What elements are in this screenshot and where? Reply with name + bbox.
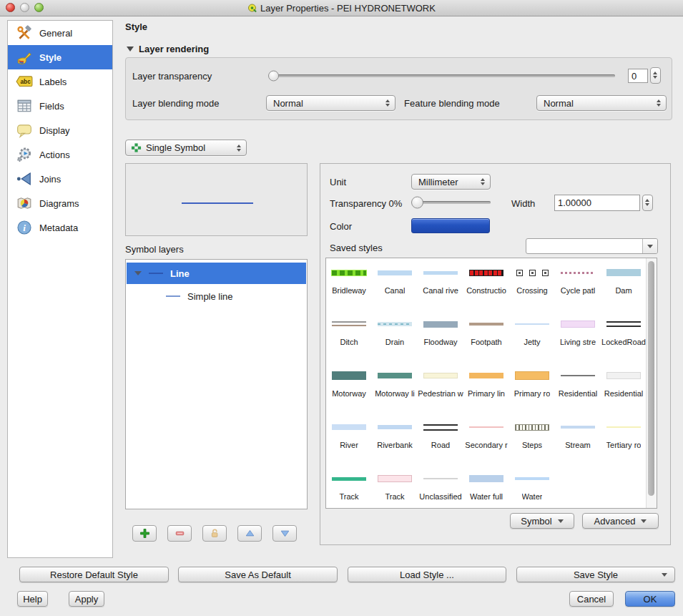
crossing-swatch [515, 270, 549, 276]
style-item-residential[interactable]: Residential [601, 361, 647, 413]
style-item-crossing[interactable]: Crossing [509, 258, 555, 310]
style-item-lockedroad[interactable]: LockedRoad [601, 310, 647, 361]
tree-row-simple-line[interactable]: Simple line [127, 285, 306, 307]
vertical-scrollbar[interactable] [646, 258, 657, 508]
save-as-default-button[interactable]: Save As Default [178, 567, 338, 582]
layer-blending-select[interactable]: Normal [266, 95, 395, 111]
sidebar-item-general[interactable]: General [8, 21, 112, 45]
style-item-tertiary-ro[interactable]: Tertiary ro [601, 413, 647, 464]
style-item-label: Steps [522, 441, 542, 449]
width-stepper[interactable] [642, 195, 653, 211]
style-item-track[interactable]: Track [326, 464, 372, 509]
style-item-primary-lin[interactable]: Primary lin [463, 361, 509, 413]
style-item-residential[interactable]: Residential [555, 361, 601, 413]
save-style-button[interactable]: Save Style [516, 567, 675, 582]
style-item-label: Bridleway [332, 286, 366, 295]
style-item-riverbank[interactable]: Riverbank [372, 413, 418, 464]
ok-button[interactable]: OK [625, 591, 675, 607]
canal-river-swatch [423, 271, 458, 275]
layer-transparency-value-field[interactable]: 0 [628, 69, 648, 83]
combo-dropdown-button[interactable] [642, 239, 657, 253]
style-item-water-full[interactable]: Water full [463, 464, 509, 509]
caret-down-icon [641, 519, 647, 523]
saved-styles-combo-value [526, 241, 531, 252]
color-button[interactable] [411, 218, 490, 233]
style-item-canal-rive[interactable]: Canal rive [418, 258, 463, 310]
layer-rendering-section-header[interactable]: Layer rendering [127, 44, 209, 54]
style-item-pedestrian-w[interactable]: Pedestrian w [418, 361, 463, 413]
sidebar-item-joins[interactable]: Joins [8, 167, 112, 191]
sidebar-item-diagrams[interactable]: Diagrams [8, 191, 112, 215]
scrollbar-thumb[interactable] [648, 261, 654, 496]
style-item-steps[interactable]: Steps [509, 413, 555, 464]
style-item-road[interactable]: Road [418, 413, 463, 464]
style-item-label: Pedestrian w [418, 389, 463, 398]
style-item-living-stre[interactable]: Living stre [555, 310, 601, 361]
style-item-label: Motorway li [375, 389, 415, 398]
sidebar-item-actions[interactable]: Actions [8, 142, 112, 167]
residential-line-swatch [561, 375, 595, 376]
width-value-field[interactable]: 1.00000 [554, 195, 640, 211]
cancel-button[interactable]: Cancel [569, 591, 614, 607]
sidebar-item-style[interactable]: Style [8, 45, 112, 69]
swatch-holder [332, 470, 366, 487]
style-item-primary-ro[interactable]: Primary ro [509, 361, 555, 413]
symbol-transparency-slider-thumb[interactable] [411, 197, 423, 209]
layer-rendering-title: Layer rendering [139, 44, 209, 54]
swatch-holder [332, 367, 366, 384]
renderer-type-select[interactable]: Single Symbol [125, 140, 247, 156]
sidebar-item-labels[interactable]: abc Labels [8, 69, 112, 94]
style-item-stream[interactable]: Stream [555, 413, 601, 464]
style-item-ditch[interactable]: Ditch [326, 310, 372, 361]
apply-button[interactable]: Apply [69, 591, 104, 607]
sidebar-item-display[interactable]: Display [8, 118, 112, 142]
layer-transparency-label: Layer transparency [132, 71, 212, 82]
layer-transparency-stepper[interactable] [650, 67, 661, 84]
style-item-water[interactable]: Water [509, 464, 555, 509]
layer-transparency-slider-thumb[interactable] [268, 71, 279, 82]
swatch-holder [378, 367, 412, 384]
expand-triangle-icon[interactable] [134, 271, 142, 275]
swatch-holder [423, 367, 458, 384]
style-item-unclassified[interactable]: Unclassified [418, 464, 463, 509]
style-item-label: Motorway [332, 389, 366, 398]
style-item-track[interactable]: Track [372, 464, 418, 509]
feature-blending-select[interactable]: Normal [536, 95, 667, 111]
paintbrush-icon [16, 49, 33, 66]
sidebar-item-label: Actions [39, 150, 70, 160]
symbol-transparency-slider[interactable] [413, 201, 491, 204]
sidebar-item-metadata[interactable]: i Metadata [8, 215, 112, 240]
load-style-button[interactable]: Load Style ... [348, 567, 506, 582]
style-item-dam[interactable]: Dam [601, 258, 647, 310]
swatch-holder [606, 264, 641, 281]
move-down-button[interactable] [272, 525, 297, 542]
symbol-transparency-label: Transparency 0% [330, 198, 402, 209]
style-item-footpath[interactable]: Footpath [463, 310, 509, 361]
style-item-secondary-r[interactable]: Secondary r [463, 413, 509, 464]
style-item-motorway[interactable]: Motorway [326, 361, 372, 413]
style-item-cycle-patl[interactable]: Cycle patl [555, 258, 601, 310]
help-button[interactable]: Help [17, 591, 48, 607]
style-item-river[interactable]: River [326, 413, 372, 464]
style-item-jetty[interactable]: Jetty [509, 310, 555, 361]
layer-transparency-slider[interactable] [270, 74, 615, 77]
jetty-swatch [515, 323, 549, 325]
style-item-bridleway[interactable]: Bridleway [326, 258, 372, 310]
style-item-label: Crossing [516, 286, 547, 295]
lock-colors-button[interactable] [202, 525, 227, 542]
symbol-menu-button[interactable]: Symbol [510, 513, 574, 529]
style-item-drain[interactable]: Drain [372, 310, 418, 361]
style-item-constructio[interactable]: Constructio [463, 258, 509, 310]
advanced-menu-button[interactable]: Advanced [582, 513, 659, 529]
sidebar-item-fields[interactable]: Fields [8, 94, 112, 118]
style-item-motorway-li[interactable]: Motorway li [372, 361, 418, 413]
unit-select[interactable]: Millimeter [411, 174, 491, 190]
style-item-floodway[interactable]: Floodway [418, 310, 463, 361]
saved-styles-combo[interactable] [526, 238, 658, 254]
remove-symbol-layer-button[interactable] [167, 525, 192, 542]
move-up-button[interactable] [237, 525, 262, 542]
style-item-canal[interactable]: Canal [372, 258, 418, 310]
restore-default-style-button[interactable]: Restore Default Style [19, 567, 169, 582]
add-symbol-layer-button[interactable] [132, 525, 157, 542]
tree-row-line[interactable]: Line [127, 263, 306, 284]
